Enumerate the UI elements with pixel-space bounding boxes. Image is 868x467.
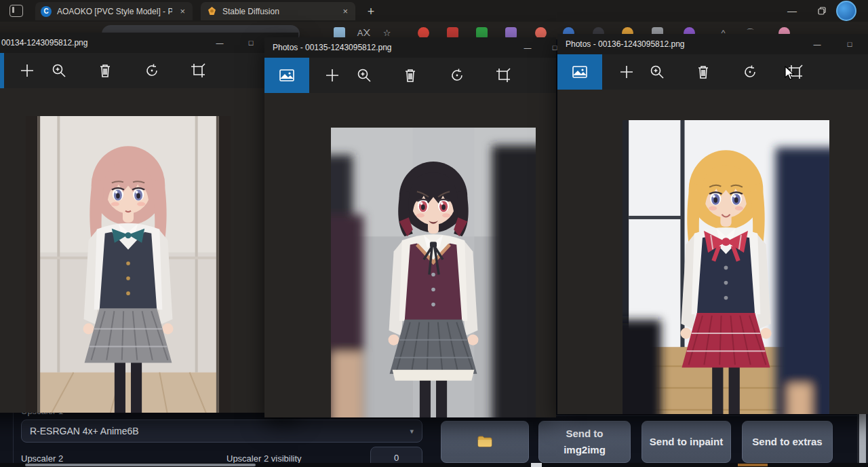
- add-icon[interactable]: [616, 61, 637, 83]
- stable-diffusion-favicon: [206, 6, 217, 17]
- tab-close-icon[interactable]: ×: [340, 7, 350, 16]
- browser-minimize-button[interactable]: —: [777, 0, 807, 22]
- delete-icon[interactable]: [399, 64, 421, 86]
- photos-toolbar: [557, 54, 868, 90]
- desktop: C AOAOKO [PVC Style Model] - PV × Stable…: [0, 0, 868, 467]
- window-title: Photos - 00135-1243095812.png: [273, 43, 391, 52]
- civitai-favicon: C: [41, 6, 52, 17]
- browser-tab-strip: C AOAOKO [PVC Style Model] - PV × Stable…: [0, 0, 868, 22]
- photo-view: [0, 88, 298, 413]
- upscaler1-value: R-ESRGAN 4x+ Anime6B: [30, 426, 410, 436]
- taskbar-clock[interactable]: [738, 464, 768, 466]
- upscaler2-visibility-label: Upscaler 2 visibility: [226, 453, 302, 464]
- tab-title: Stable Diffusion: [222, 7, 335, 16]
- window-title: 00134-1243095812.png: [1, 38, 87, 48]
- taskbar-search[interactable]: [25, 464, 256, 466]
- photo-image-00136: [623, 120, 829, 414]
- maximize-button[interactable]: □: [836, 34, 863, 54]
- browser-tab-1[interactable]: C AOAOKO [PVC Style Model] - PV ×: [35, 2, 193, 20]
- zoom-icon[interactable]: [353, 64, 375, 86]
- rotate-icon[interactable]: [141, 60, 163, 81]
- taskbar: [0, 463, 868, 467]
- photos-window-3: Photos - 00136-1243095812.png — □: [557, 34, 868, 414]
- chevron-down-icon: ▾: [410, 427, 414, 436]
- see-all-photos-button[interactable]: [0, 53, 4, 88]
- title-bar[interactable]: Photos - 00136-1243095812.png — □: [557, 34, 868, 54]
- tab-title: AOAOKO [PVC Style Model] - PV: [57, 7, 172, 16]
- tab-overview-icon[interactable]: [9, 5, 23, 17]
- rotate-icon[interactable]: [739, 61, 761, 83]
- photos-window-2: Photos - 00135-1243095812.png — □: [264, 37, 556, 417]
- taskbar-hidden-icons-button[interactable]: [531, 463, 542, 467]
- crop-icon[interactable]: [187, 60, 209, 81]
- open-folder-button[interactable]: [441, 421, 529, 463]
- title-bar[interactable]: Photos - 00135-1243095812.png — □: [264, 37, 556, 58]
- rotate-icon[interactable]: [446, 64, 468, 86]
- minimize-button[interactable]: —: [514, 37, 541, 58]
- photos-toolbar: [0, 53, 298, 88]
- photo-view: [557, 90, 868, 414]
- send-to-inpaint-button[interactable]: Send to inpaint: [642, 421, 731, 463]
- tab-close-icon[interactable]: ×: [178, 7, 187, 16]
- minimize-button[interactable]: —: [804, 34, 831, 54]
- send-to-img2img-button[interactable]: Send to img2img: [538, 421, 631, 463]
- zoom-icon[interactable]: [48, 60, 70, 81]
- new-tab-button[interactable]: +: [362, 3, 380, 20]
- photo-image-00134: [26, 116, 231, 413]
- send-to-extras-button[interactable]: Send to extras: [742, 421, 833, 463]
- delete-icon[interactable]: [94, 60, 116, 81]
- photo-image-00135: [331, 128, 536, 417]
- crop-icon[interactable]: [492, 64, 514, 86]
- mouse-cursor: [785, 66, 795, 83]
- profile-avatar[interactable]: [836, 1, 856, 21]
- minimize-button[interactable]: —: [206, 33, 233, 53]
- add-icon[interactable]: [16, 60, 38, 81]
- upscaler1-dropdown[interactable]: R-ESRGAN 4x+ Anime6B ▾: [21, 419, 422, 443]
- photo-view: [264, 93, 556, 417]
- photos-toolbar: [264, 58, 556, 93]
- title-bar[interactable]: 00134-1243095812.png — □: [0, 33, 298, 53]
- window-title: Photos - 00136-1243095812.png: [566, 39, 684, 49]
- zoom-icon[interactable]: [646, 61, 668, 83]
- add-icon[interactable]: [321, 64, 343, 86]
- photos-window-1: 00134-1243095812.png — □: [0, 33, 298, 413]
- delete-icon[interactable]: [692, 61, 714, 83]
- browser-tab-2[interactable]: Stable Diffusion ×: [201, 2, 355, 20]
- see-all-photos-button[interactable]: [264, 58, 309, 93]
- see-all-photos-button[interactable]: [557, 54, 602, 90]
- maximize-button[interactable]: □: [237, 33, 264, 53]
- browser-restore-button[interactable]: [807, 0, 837, 22]
- folder-icon: [477, 436, 492, 448]
- upscaler2-label: Upscaler 2: [21, 453, 63, 464]
